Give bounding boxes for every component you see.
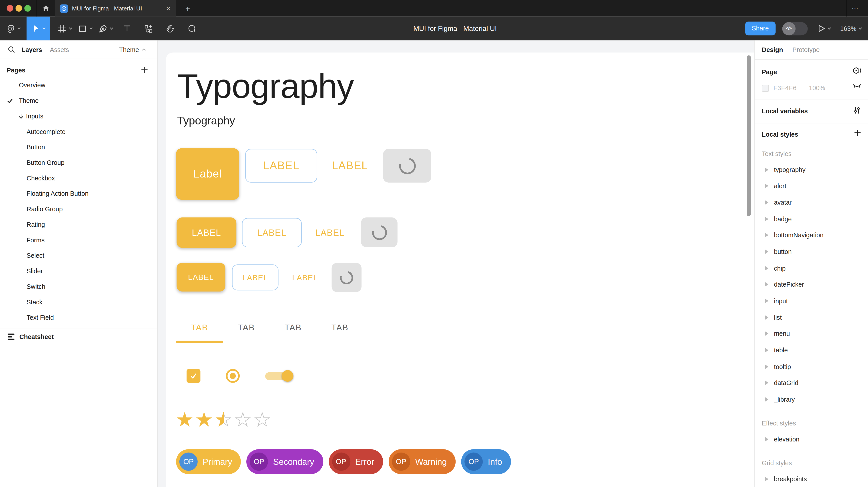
disclosure-triangle-icon[interactable]	[765, 381, 768, 385]
style-row[interactable]: datePicker	[754, 277, 868, 293]
page-item[interactable]: Rating	[0, 217, 157, 232]
star-icon[interactable]	[253, 409, 272, 431]
main-menu-button[interactable]	[4, 17, 23, 40]
contained-button-large[interactable]: Label	[176, 148, 239, 200]
chip[interactable]: OP Primary	[176, 449, 241, 474]
star-icon[interactable]	[234, 409, 253, 431]
tab-layers[interactable]: Layers	[22, 46, 42, 53]
actions-tool-button[interactable]	[140, 17, 157, 40]
home-button[interactable]	[36, 0, 55, 17]
star-icon[interactable]	[214, 409, 234, 431]
typography-frame[interactable]: Typography Typography Label LABEL LABEL …	[166, 53, 754, 487]
contained-button-medium[interactable]: LABEL	[177, 218, 236, 248]
switch[interactable]	[265, 369, 294, 383]
page-color-row[interactable]: F3F4F6 100%	[762, 84, 825, 92]
page-item[interactable]: Stack	[0, 294, 157, 310]
radio-button[interactable]	[226, 369, 240, 383]
style-row[interactable]: _library	[754, 391, 868, 408]
mui-tab[interactable]: TAB	[317, 313, 364, 341]
style-row[interactable]: table	[754, 342, 868, 358]
page-styles-icon[interactable]	[852, 66, 861, 76]
page-item[interactable]: Radio Group	[0, 201, 157, 217]
dev-mode-toggle[interactable]: </>	[782, 22, 808, 35]
outlined-button-medium[interactable]: LABEL	[242, 218, 302, 247]
tab-assets[interactable]: Assets	[50, 46, 69, 53]
page-item[interactable]: Select	[0, 248, 157, 263]
style-row[interactable]: typography	[754, 162, 868, 178]
star-icon[interactable]	[176, 409, 195, 431]
variables-icon[interactable]	[852, 106, 862, 115]
style-row[interactable]: avatar	[754, 194, 868, 211]
style-row[interactable]: chip	[754, 260, 868, 277]
page-item[interactable]: Slider	[0, 263, 157, 279]
loading-button-small[interactable]	[332, 263, 362, 292]
disclosure-triangle-icon[interactable]	[765, 299, 768, 303]
style-row[interactable]: breakpoints	[754, 471, 868, 487]
color-swatch[interactable]	[762, 85, 769, 92]
mui-tab[interactable]: TAB	[176, 313, 223, 341]
page-item[interactable]: Overview	[0, 77, 157, 93]
text-tool-button[interactable]	[119, 17, 135, 40]
page-item[interactable]: Theme	[0, 93, 157, 108]
text-button-small[interactable]: LABEL	[284, 264, 326, 290]
mui-tab[interactable]: TAB	[223, 313, 270, 341]
page-item[interactable]: Autocomplete	[0, 124, 157, 139]
style-row[interactable]: tooltip	[754, 358, 868, 375]
disclosure-triangle-icon[interactable]	[765, 200, 768, 205]
shape-tool-button[interactable]	[78, 17, 93, 40]
tab-prototype[interactable]: Prototype	[793, 46, 820, 53]
style-row[interactable]: alert	[754, 178, 868, 194]
zoom-menu[interactable]: 163%	[840, 25, 863, 32]
page-dropdown[interactable]: Theme	[119, 46, 146, 53]
new-tab-button[interactable]: +	[181, 0, 195, 17]
disclosure-triangle-icon[interactable]	[765, 167, 768, 172]
file-tab[interactable]: MUI for Figma - Material UI ×	[55, 0, 176, 17]
canvas-scrollbar[interactable]	[747, 55, 751, 217]
cheatsheet-item[interactable]: Cheatsheet	[0, 329, 157, 345]
disclosure-triangle-icon[interactable]	[765, 233, 768, 237]
hand-tool-button[interactable]	[162, 17, 178, 40]
close-tab-icon[interactable]: ×	[165, 5, 172, 12]
overflow-menu-icon[interactable]: ⋯	[847, 0, 864, 17]
disclosure-triangle-icon[interactable]	[765, 250, 768, 254]
star-icon[interactable]	[195, 409, 214, 431]
frame-tool-button[interactable]	[57, 17, 72, 40]
disclosure-triangle-icon[interactable]	[765, 282, 768, 287]
disclosure-triangle-icon[interactable]	[765, 217, 768, 221]
chip[interactable]: OP Secondary	[247, 449, 323, 474]
disclosure-triangle-icon[interactable]	[765, 315, 768, 320]
text-button-large[interactable]: LABEL	[323, 149, 377, 183]
style-row[interactable]: menu	[754, 325, 868, 342]
tab-design[interactable]: Design	[762, 46, 783, 53]
move-tool-button[interactable]	[27, 17, 50, 40]
chip[interactable]: OP Warning	[389, 449, 456, 474]
page-item[interactable]: Checkbox	[0, 170, 157, 186]
style-row[interactable]: bottomNavigation	[754, 227, 868, 244]
style-row[interactable]: button	[754, 244, 868, 260]
present-button[interactable]	[817, 25, 831, 33]
add-style-button[interactable]	[854, 129, 862, 137]
comment-tool-button[interactable]	[183, 17, 200, 40]
canvas[interactable]: Typography Typography Label LABEL LABEL …	[158, 40, 754, 487]
pen-tool-button[interactable]	[98, 17, 114, 40]
chip[interactable]: OP Info	[461, 449, 511, 474]
chip[interactable]: OP Error	[329, 449, 383, 474]
style-row[interactable]: elevation	[754, 431, 868, 448]
style-row[interactable]: input	[754, 293, 868, 309]
disclosure-triangle-icon[interactable]	[765, 364, 768, 369]
loading-button-medium[interactable]	[361, 218, 397, 247]
search-icon[interactable]	[8, 46, 15, 53]
page-item[interactable]: Forms	[0, 232, 157, 248]
disclosure-triangle-icon[interactable]	[765, 331, 768, 336]
zoom-window-button[interactable]	[25, 5, 31, 11]
page-item[interactable]: Floating Action Button	[0, 186, 157, 201]
outlined-button-large[interactable]: LABEL	[245, 149, 317, 183]
contained-button-small[interactable]: LABEL	[177, 263, 225, 291]
page-color-opacity[interactable]: 100%	[809, 85, 825, 91]
page-item[interactable]: Button	[0, 139, 157, 155]
share-button[interactable]: Share	[745, 21, 775, 35]
style-row[interactable]: list	[754, 309, 868, 325]
page-item[interactable]: Button Group	[0, 155, 157, 170]
text-button-medium[interactable]: LABEL	[307, 218, 352, 247]
minimize-window-button[interactable]	[16, 5, 22, 11]
